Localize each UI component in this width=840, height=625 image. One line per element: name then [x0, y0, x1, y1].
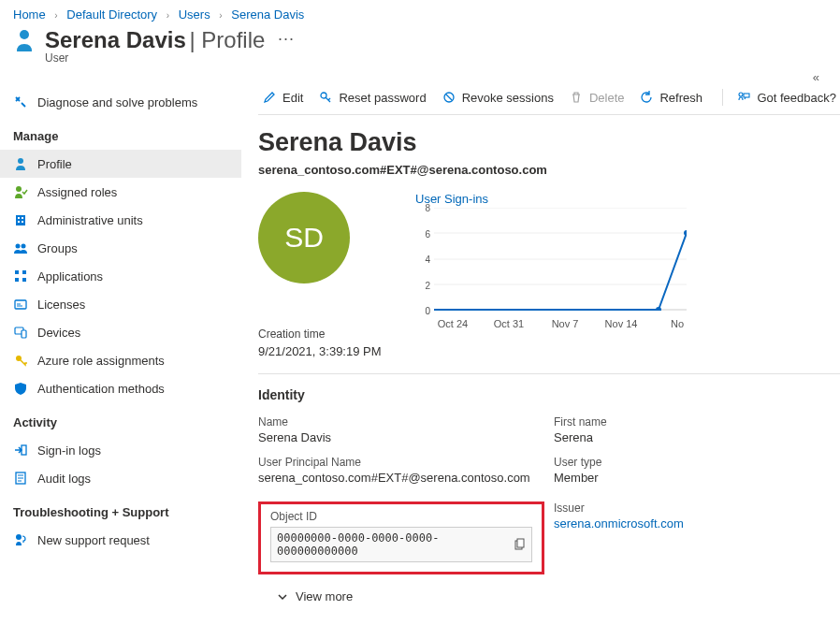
sidebar-item-support[interactable]: New support request: [0, 526, 241, 554]
svg-point-9: [22, 244, 26, 249]
sidebar-item-label: Administrative units: [37, 213, 143, 227]
sidebar-item-label: Diagnose and solve problems: [37, 95, 197, 109]
sidebar-item-applications[interactable]: Applications: [0, 262, 241, 290]
sidebar-item-label: Devices: [37, 326, 80, 340]
revoke-icon: [442, 90, 456, 105]
view-more-toggle[interactable]: View more: [258, 582, 840, 603]
entity-type-label: User: [0, 51, 840, 65]
svg-rect-7: [22, 221, 23, 223]
chart-title-link[interactable]: User Sign-ins: [415, 192, 840, 206]
pencil-icon: [262, 90, 277, 105]
user-upn-header: serena_contoso.com#EXT#@serena.contoso.c…: [258, 163, 840, 177]
sidebar: Diagnose and solve problems Manage Profi…: [0, 84, 241, 603]
user-type-value: Member: [554, 471, 840, 485]
sidebar-item-label: Groups: [37, 241, 78, 255]
user-icon: [13, 27, 36, 53]
sidebar-item-label: Sign-in logs: [37, 443, 101, 458]
edit-button[interactable]: Edit: [258, 88, 307, 107]
toolbar-label: Got feedback?: [757, 91, 836, 105]
more-actions-icon[interactable]: ···: [278, 29, 295, 48]
crumb-users[interactable]: Users: [179, 7, 210, 22]
user-avatar: SD: [258, 192, 350, 283]
sidebar-item-audit-logs[interactable]: Audit logs: [0, 464, 241, 492]
sidebar-item-devices[interactable]: Devices: [0, 318, 241, 346]
delete-button: Delete: [565, 88, 629, 107]
sidebar-item-azure-roles[interactable]: Azure role assignments: [0, 346, 241, 374]
svg-rect-6: [18, 221, 20, 223]
svg-point-1: [18, 158, 23, 164]
identity-heading: Identity: [258, 387, 840, 402]
divider: [258, 373, 840, 374]
toolbar-label: Edit: [282, 91, 303, 105]
upn-label: User Principal Name: [258, 456, 544, 469]
svg-rect-11: [22, 270, 26, 274]
sidebar-heading-activity: Activity: [0, 402, 241, 436]
log-icon: [13, 471, 28, 486]
wrench-cross-icon: [13, 94, 28, 109]
svg-rect-33: [517, 539, 524, 547]
crumb-directory[interactable]: Default Directory: [66, 7, 157, 22]
feedback-icon: [736, 90, 751, 105]
sidebar-item-assigned-roles[interactable]: Assigned roles: [0, 178, 241, 206]
object-id-field[interactable]: 00000000-0000-0000-0000-000000000000: [270, 527, 532, 562]
x-tick: Nov 14: [605, 318, 638, 329]
crumb-home[interactable]: Home: [13, 7, 46, 22]
sidebar-item-groups[interactable]: Groups: [0, 234, 241, 262]
reset-password-button[interactable]: Reset password: [314, 88, 429, 107]
creation-time-label: Creation time: [258, 327, 840, 341]
people-icon: [13, 240, 28, 255]
svg-rect-13: [22, 278, 26, 282]
svg-rect-16: [22, 330, 26, 338]
svg-rect-24: [744, 94, 749, 97]
x-tick: Oct 24: [438, 318, 468, 329]
x-tick: No: [671, 318, 684, 329]
svg-point-2: [16, 186, 22, 192]
sidebar-heading-support: Troubleshooting + Support: [0, 492, 241, 526]
view-more-label: View more: [296, 589, 353, 603]
sidebar-item-admin-units[interactable]: Administrative units: [0, 206, 241, 234]
sidebar-item-diagnose[interactable]: Diagnose and solve problems: [0, 88, 241, 116]
support-icon: [13, 532, 28, 547]
chart-canvas: 8 6 4 2 0: [415, 208, 687, 311]
svg-point-8: [16, 244, 21, 249]
signins-chart[interactable]: User Sign-ins 8 6 4 2 0: [387, 192, 840, 311]
toolbar-label: Reset password: [339, 91, 426, 105]
crumb-user[interactable]: Serena Davis: [231, 7, 304, 22]
y-tick: 0: [425, 306, 430, 316]
sidebar-item-label: Audit logs: [37, 472, 91, 486]
svg-rect-12: [15, 278, 19, 282]
sidebar-item-licenses[interactable]: Licenses: [0, 290, 241, 318]
svg-point-23: [739, 93, 743, 96]
person-icon: [13, 156, 28, 171]
revoke-sessions-button[interactable]: Revoke sessions: [438, 88, 558, 107]
svg-rect-4: [18, 217, 20, 219]
svg-point-0: [20, 30, 29, 39]
toolbar: Edit Reset password Revoke sessions Dele…: [258, 88, 840, 115]
object-id-value: 00000000-0000-0000-0000-000000000000: [277, 531, 507, 558]
sidebar-item-profile[interactable]: Profile: [0, 150, 241, 178]
grid-icon: [13, 269, 28, 283]
devices-icon: [13, 325, 28, 340]
sidebar-item-auth-methods[interactable]: Authentication methods: [0, 374, 241, 402]
sidebar-item-signin-logs[interactable]: Sign-in logs: [0, 436, 241, 464]
svg-rect-3: [16, 215, 25, 225]
toolbar-label: Delete: [589, 91, 625, 105]
issuer-value-link[interactable]: serena.onmicrosoft.com: [554, 516, 840, 531]
chevron-right-icon: ›: [219, 10, 222, 21]
user-display-name: Serena Davis: [258, 128, 840, 157]
copy-icon[interactable]: [513, 538, 526, 551]
svg-rect-10: [15, 270, 19, 274]
x-tick: Nov 7: [552, 318, 579, 329]
feedback-button[interactable]: Got feedback?: [732, 88, 840, 107]
user-type-label: User type: [554, 456, 840, 469]
refresh-icon: [639, 90, 654, 105]
toolbar-label: Refresh: [659, 91, 702, 105]
creation-time-value: 9/21/2021, 3:39:19 PM: [258, 344, 840, 358]
page-subtitle: | Profile: [189, 27, 265, 52]
refresh-button[interactable]: Refresh: [635, 88, 706, 107]
sidebar-item-label: Assigned roles: [37, 185, 117, 199]
y-tick: 4: [425, 254, 430, 265]
object-id-highlight: Object ID 00000000-0000-0000-0000-000000…: [258, 501, 544, 574]
collapse-sidebar-icon[interactable]: «: [0, 65, 840, 84]
signin-icon: [13, 443, 28, 458]
